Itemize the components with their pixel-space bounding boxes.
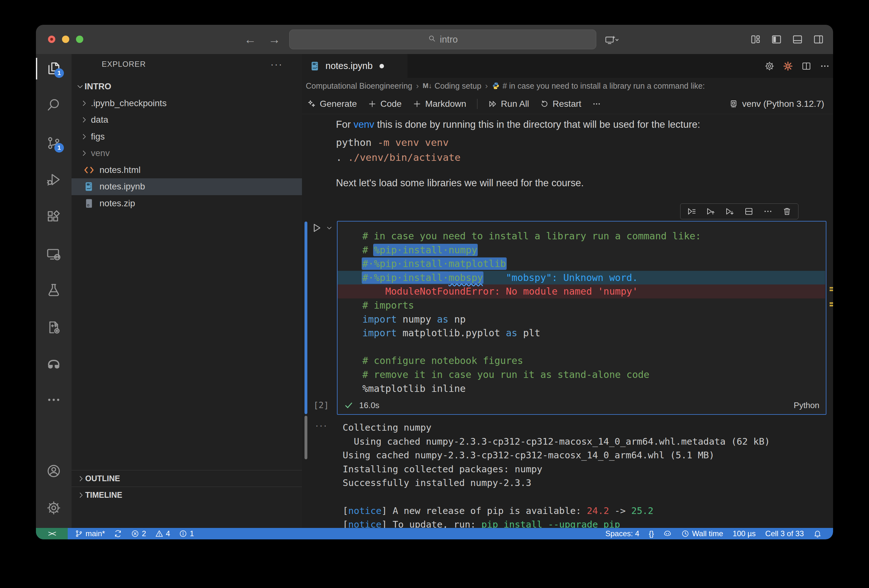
desktop-background: ← → intro 11 EXPLORER ··· INTRO.ipynb_ch…: [0, 0, 869, 588]
warnings-label: 4: [166, 529, 170, 538]
claude-star-icon[interactable]: [783, 61, 793, 71]
status-item-notifications[interactable]: [813, 530, 822, 538]
sidebar-item-notes-zip[interactable]: notes.zip: [71, 195, 302, 212]
dots-h-icon[interactable]: [820, 61, 830, 71]
tree-root-intro[interactable]: INTRO: [71, 78, 302, 95]
explorer-badge: 1: [54, 68, 64, 78]
screen-sparkle-icon[interactable]: [605, 33, 619, 47]
code-line: Using cached numpy-2.3.3-cp312-cp312-mac…: [343, 435, 770, 449]
vscode-window: ← → intro 11 EXPLORER ··· INTRO.ipynb_ch…: [36, 25, 833, 539]
back-icon[interactable]: ←: [244, 33, 256, 46]
breadcrumb-item[interactable]: # in case you need to install a library …: [492, 81, 705, 90]
activity-item-settings[interactable]: [46, 500, 61, 515]
sidebar-item-figs[interactable]: figs: [71, 129, 302, 145]
activity-item-account[interactable]: [46, 464, 61, 479]
cell-code[interactable]: # in case you need to install a library …: [362, 229, 825, 395]
toggle-sidebar-right-icon[interactable]: [813, 34, 824, 45]
gear-icon[interactable]: [764, 61, 775, 71]
status-item-errors[interactable]: 2: [131, 529, 146, 538]
status-item-wall-time[interactable]: Wall time: [681, 529, 723, 538]
run-all-label: Run All: [501, 99, 529, 109]
remote-indicator[interactable]: ><: [36, 528, 68, 539]
kernel-picker[interactable]: venv (Python 3.12.7): [729, 99, 824, 109]
run-all-button[interactable]: Run All: [488, 99, 529, 109]
code-line: Installing collected packages: numpy: [343, 462, 770, 477]
restart-kernel-button[interactable]: Restart: [540, 99, 581, 109]
zoom-window-button[interactable]: [76, 36, 83, 43]
output-more-actions-icon[interactable]: ···: [315, 420, 328, 431]
execute-below-icon[interactable]: [725, 207, 734, 216]
status-item-language-braces[interactable]: {}: [649, 529, 654, 538]
execute-cells-icon[interactable]: [687, 207, 696, 216]
chevron-down-icon[interactable]: [325, 224, 333, 232]
code-line: . ./venv/bin/activate: [336, 150, 461, 165]
minimize-window-button[interactable]: [62, 36, 69, 43]
activity-item-extensions[interactable]: [46, 209, 61, 225]
overview-ruler-warning: [830, 287, 833, 289]
activity-item-explorer[interactable]: 1: [46, 61, 61, 76]
add-markdown-cell-button[interactable]: Markdown: [412, 99, 466, 109]
output-scrollbar[interactable]: [304, 416, 307, 459]
status-item-git-branch[interactable]: main*: [75, 529, 105, 538]
split-editor-icon[interactable]: [801, 61, 811, 71]
code-line: # configure notebook figures: [362, 354, 825, 368]
forward-icon[interactable]: →: [268, 33, 280, 46]
root-folder-label: INTRO: [85, 82, 111, 92]
breadcrumb-item[interactable]: Computational Bioengineering: [306, 81, 412, 90]
activity-item-source-control[interactable]: 1: [46, 135, 61, 151]
outline-section[interactable]: OUTLINE: [71, 470, 302, 487]
status-item-copilot[interactable]: [663, 530, 672, 538]
command-center-search[interactable]: intro: [289, 30, 596, 49]
status-item-warnings[interactable]: 4: [155, 529, 170, 538]
explorer-more-actions-icon[interactable]: ···: [270, 59, 283, 70]
status-item-cell-exec-time[interactable]: 100 µs: [733, 529, 756, 538]
more-toolbar-actions-button[interactable]: [592, 99, 601, 108]
search-value: intro: [440, 34, 458, 45]
sidebar-item-notes-html[interactable]: notes.html: [71, 162, 302, 179]
execute-above-icon[interactable]: [706, 207, 715, 216]
status-item-cell-position[interactable]: Cell 3 of 33: [765, 529, 804, 538]
sidebar-item--ipynb-checkpoints[interactable]: .ipynb_checkpoints: [71, 95, 302, 112]
modified-dot-icon[interactable]: [380, 64, 384, 68]
code-line: Collecting numpy: [343, 421, 770, 435]
status-item-indentation[interactable]: Spaces: 4: [605, 529, 639, 538]
cell-focus-indicator[interactable]: [304, 222, 307, 414]
activity-item-search[interactable]: [46, 97, 61, 113]
venv-link[interactable]: venv: [353, 119, 374, 130]
customize-layout-icon[interactable]: [750, 34, 761, 45]
generate-button[interactable]: Generate: [307, 99, 357, 109]
chevron-right-icon: [80, 149, 88, 157]
activity-item-remote-explorer[interactable]: [46, 247, 61, 262]
cell-language[interactable]: Python: [794, 400, 819, 410]
breadcrumb-item[interactable]: M↓Coding setup: [423, 81, 482, 90]
activity-item-cpp-tools[interactable]: [46, 320, 61, 335]
timeline-section[interactable]: TIMELINE: [71, 487, 302, 503]
close-window-button[interactable]: [48, 36, 55, 43]
run-cell-button[interactable]: [311, 222, 333, 234]
activity-item-more-views[interactable]: [46, 392, 61, 407]
code-cell[interactable]: # in case you need to install a library …: [337, 221, 826, 415]
extensions-icon: [46, 209, 61, 225]
delete-cell-icon[interactable]: [782, 207, 792, 216]
status-item-infos[interactable]: 1: [179, 529, 194, 538]
status-item-git-sync[interactable]: [114, 530, 122, 538]
layout-controls: [750, 25, 824, 54]
sidebar-item-notes-ipynb[interactable]: notes.ipynb: [71, 178, 302, 195]
split-cell-icon[interactable]: [744, 207, 753, 216]
breadcrumb-separator: ›: [485, 81, 488, 91]
sidebar-item-venv[interactable]: venv: [71, 145, 302, 162]
add-code-cell-button[interactable]: Code: [368, 99, 402, 109]
activity-item-testing[interactable]: [46, 283, 61, 298]
toggle-panel-bottom-icon[interactable]: [792, 34, 803, 45]
activity-item-run-debug[interactable]: [46, 172, 61, 187]
sidebar-item-data[interactable]: data: [71, 111, 302, 129]
code-line: Using cached numpy-2.3.3-cp312-cp312-mac…: [343, 449, 770, 462]
search-icon: [46, 97, 61, 113]
titlebar-tool[interactable]: [605, 33, 619, 48]
activity-item-glasses-view[interactable]: [46, 357, 61, 373]
tab-notes-ipynb[interactable]: notes.ipynb: [302, 54, 408, 78]
more-actions-icon[interactable]: [763, 207, 773, 216]
code-line: import numpy as np: [362, 313, 825, 326]
toggle-sidebar-left-icon[interactable]: [771, 34, 782, 45]
notebook-file-icon: [310, 61, 320, 71]
